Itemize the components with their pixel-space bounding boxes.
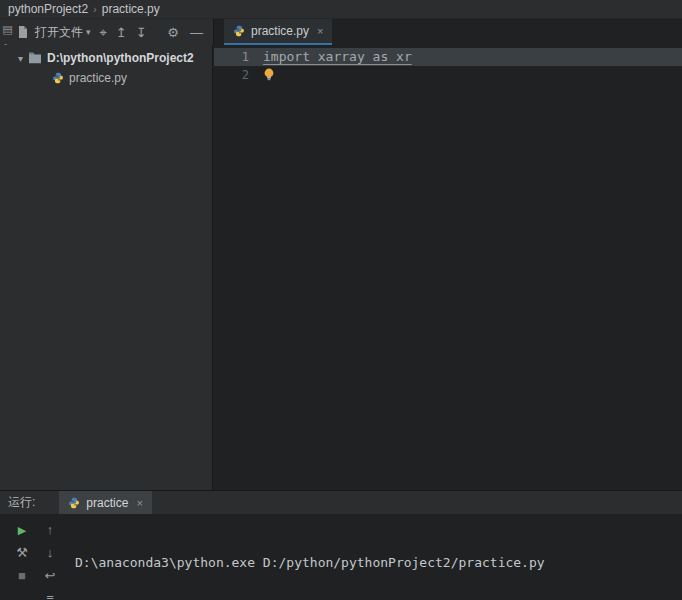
tree-root-row[interactable]: ▾ D:\python\pythonProject2 <box>0 45 212 65</box>
arrow-down-icon[interactable]: ↓ <box>42 545 58 561</box>
chevron-expanded-icon[interactable]: ▾ <box>18 53 23 64</box>
editor-line-1: 1 import xarray as xr <box>214 48 682 66</box>
run-console: ▶ ↑ ⚒ ↓ ■ ↩ ≡ D:\anaconda3\python.exe D:… <box>0 514 682 600</box>
editor-area[interactable]: 1 import xarray as xr 2 <box>214 45 682 490</box>
expand-all-icon[interactable]: ↥ <box>116 26 127 39</box>
breadcrumb-separator-icon: › <box>93 3 97 15</box>
run-tool-window: 运行: practice × ▶ ↑ ⚒ ↓ ■ ↩ ≡ D:\anaconda… <box>0 490 682 600</box>
soft-wrap-icon[interactable]: ↩ <box>42 568 58 584</box>
line-number: 2 <box>214 66 263 84</box>
tree-root-label: D:\python\pythonProject2 <box>47 51 194 65</box>
code-unused-import: import xarray as xr <box>263 48 412 66</box>
scroll-end-icon[interactable]: ≡ <box>42 591 58 600</box>
console-command-line: D:\anaconda3\python.exe D:/python/python… <box>75 554 682 571</box>
line-number: 1 <box>214 48 263 66</box>
run-header: 运行: practice × <box>0 491 682 514</box>
gear-icon[interactable]: ⚙ <box>167 26 179 39</box>
run-tab-practice[interactable]: practice × <box>59 491 151 514</box>
breadcrumb-project[interactable]: pythonProject2 <box>8 2 88 16</box>
file-icon <box>18 26 28 38</box>
python-file-icon <box>68 497 80 509</box>
run-tab-label: practice <box>86 496 128 510</box>
breadcrumb: pythonProject2 › practice.py <box>0 0 682 19</box>
tree-file-row[interactable]: practice.py <box>0 65 212 85</box>
close-icon[interactable]: × <box>317 25 323 37</box>
breadcrumb-file[interactable]: practice.py <box>102 2 160 16</box>
hide-panel-icon[interactable]: — <box>190 26 203 39</box>
project-stripe-icon[interactable]: ▤ <box>1 23 14 36</box>
open-file-button[interactable]: 打开文件 ▾ <box>18 24 91 41</box>
chevron-down-icon: ▾ <box>86 27 91 37</box>
tree-file-label: practice.py <box>69 71 127 85</box>
python-file-icon <box>52 72 64 84</box>
rerun-icon[interactable]: ▶ <box>14 522 30 538</box>
folder-icon <box>28 52 42 64</box>
locate-file-icon[interactable]: ⌖ <box>100 26 107 39</box>
arrow-up-icon[interactable]: ↑ <box>42 522 58 538</box>
stop-icon[interactable]: ■ <box>14 568 30 584</box>
editor-tabstrip: practice.py × <box>213 19 682 45</box>
open-file-label: 打开文件 <box>35 24 83 41</box>
wrench-icon[interactable]: ⚒ <box>14 545 30 561</box>
intention-bulb-icon[interactable] <box>263 68 275 84</box>
project-toolbar: 打开文件 ▾ ⌖ ↥ ↧ ⚙ — <box>0 19 213 45</box>
collapse-all-icon[interactable]: ↧ <box>136 26 147 39</box>
console-output[interactable]: D:\anaconda3\python.exe D:/python/python… <box>75 520 682 600</box>
project-tree-panel: ▾ D:\python\pythonProject2 practice.py <box>0 45 213 490</box>
run-label: 运行: <box>8 494 35 511</box>
pycharm-window: pythonProject2 › practice.py 打开文件 ▾ ⌖ ↥ … <box>0 0 682 600</box>
tab-practice-py[interactable]: practice.py × <box>224 19 332 45</box>
editor-line-2: 2 <box>214 66 682 84</box>
close-icon[interactable]: × <box>136 497 142 509</box>
tab-label: practice.py <box>251 24 309 38</box>
python-file-icon <box>233 25 245 37</box>
